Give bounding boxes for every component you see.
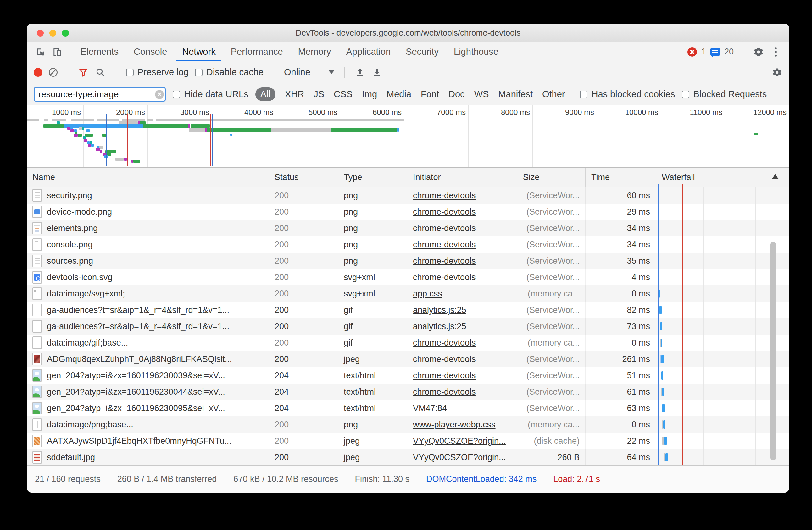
initiator-link[interactable]: analytics.js:25 [413,305,466,315]
table-row[interactable]: elements.png200pngchrome-devtools(Servic… [27,220,789,236]
column-header-type[interactable]: Type [338,168,407,187]
checkbox[interactable] [682,90,690,98]
device-toolbar-icon[interactable] [50,46,63,58]
column-header-status[interactable]: Status [269,168,338,187]
tab-elements[interactable]: Elements [73,42,126,61]
name-cell[interactable]: data:image/png;base... [27,416,269,433]
import-har-icon[interactable] [355,67,365,78]
initiator-link[interactable]: chrome-devtools [413,354,476,364]
initiator-link[interactable]: chrome-devtools [413,338,476,348]
initiator-link[interactable]: chrome-devtools [413,387,476,397]
name-cell[interactable]: data:image/gif;base... [27,335,269,351]
initiator-link[interactable]: VM47:84 [413,404,447,413]
checkbox[interactable] [580,90,588,98]
initiator-link[interactable]: app.css [413,289,442,299]
filter-input-box[interactable] [34,87,166,102]
preserve-log-checkbox[interactable]: Preserve log [126,67,189,78]
table-row[interactable]: device-mode.png200pngchrome-devtools(Ser… [27,204,789,220]
table-row[interactable]: ADGmqu8qexLZuhphT_0Aj88Ng8riLFKASQlslt..… [27,351,789,367]
initiator-link[interactable]: www-player-webp.css [413,420,496,430]
table-row[interactable]: devtools-icon.svg200svg+xmlchrome-devtoo… [27,269,789,285]
vertical-scrollbar[interactable] [770,242,776,460]
initiator-link[interactable]: chrome-devtools [413,256,476,266]
column-header-waterfall[interactable]: Waterfall [656,168,789,187]
table-row[interactable]: data:image/png;base...200pngwww-player-w… [27,416,789,433]
name-cell[interactable]: ga-audiences?t=sr&aip=1&_r=4&slf_rd=1&v=… [27,302,269,318]
messages-icon[interactable] [710,48,720,56]
filter-input[interactable] [38,89,152,99]
initiator-link[interactable]: chrome-devtools [413,240,476,250]
checkbox[interactable] [195,69,203,76]
table-row[interactable]: security.png200pngchrome-devtools(Servic… [27,187,789,204]
clear-filter-icon[interactable] [155,90,164,99]
initiator-link[interactable]: chrome-devtools [413,273,476,282]
name-cell[interactable]: console.png [27,236,269,253]
clear-icon[interactable] [49,68,58,77]
name-cell[interactable]: device-mode.png [27,204,269,220]
table-row[interactable]: sources.png200pngchrome-devtools(Service… [27,253,789,269]
filter-type-font[interactable]: Font [421,89,439,99]
name-cell[interactable]: devtools-icon.svg [27,269,269,285]
column-header-initiator[interactable]: Initiator [407,168,517,187]
table-row[interactable]: console.png200pngchrome-devtools(Service… [27,236,789,253]
name-cell[interactable]: gen_204?atyp=i&zx=1601196230044&sei=xV..… [27,383,269,400]
table-row[interactable]: data:image/gif;base...200gifchrome-devto… [27,335,789,351]
table-row[interactable]: gen_204?atyp=i&zx=1601196230044&sei=xV..… [27,383,789,400]
tab-lighthouse[interactable]: Lighthouse [446,42,506,61]
filter-type-manifest[interactable]: Manifest [498,89,533,99]
filter-type-all[interactable]: All [255,87,275,101]
tab-memory[interactable]: Memory [291,42,339,61]
tab-console[interactable]: Console [126,42,175,61]
tab-security[interactable]: Security [398,42,446,61]
filter-type-img[interactable]: Img [362,89,377,99]
has-blocked-cookies-checkbox[interactable]: Has blocked cookies [580,89,675,99]
name-cell[interactable]: AATXAJywSIpD1jf4EbqHXTfbe0mnyHqGFNTu... [27,433,269,449]
more-options-icon[interactable] [774,46,778,58]
table-row[interactable]: ga-audiences?t=sr&aip=1&_r=4&slf_rd=1&v=… [27,302,789,318]
record-button[interactable] [34,68,42,77]
zoom-button[interactable] [62,30,69,37]
checkbox[interactable] [126,69,134,76]
table-row[interactable]: gen_204?atyp=i&zx=1601196230095&sei=xV..… [27,400,789,416]
table-row[interactable]: ga-audiences?t=sr&aip=1&_r=4&slf_rd=1&v=… [27,318,789,335]
name-cell[interactable]: elements.png [27,220,269,236]
inspect-element-icon[interactable] [34,46,47,58]
initiator-link[interactable]: analytics.js:25 [413,322,466,331]
filter-type-css[interactable]: CSS [334,89,352,99]
network-settings-gear-icon[interactable] [772,67,782,78]
table-row[interactable]: gen_204?atyp=i&zx=1601196230039&sei=xV..… [27,367,789,383]
name-cell[interactable]: sddefault.jpg [27,449,269,465]
errors-icon[interactable] [687,47,697,57]
tab-network[interactable]: Network [175,42,223,61]
initiator-link[interactable]: chrome-devtools [413,207,476,217]
initiator-link[interactable]: VYyQv0CSZOE?origin... [413,452,506,462]
table-row[interactable]: data:image/svg+xml;...200svg+xmlapp.css(… [27,285,789,302]
filter-type-ws[interactable]: WS [474,89,489,99]
search-icon[interactable] [95,67,106,78]
name-cell[interactable]: ADGmqu8qexLZuhphT_0Aj88Ng8riLFKASQlslt..… [27,351,269,367]
filter-type-doc[interactable]: Doc [448,89,465,99]
name-cell[interactable]: data:image/svg+xml;... [27,285,269,302]
initiator-link[interactable]: chrome-devtools [413,371,476,380]
initiator-link[interactable]: VYyQv0CSZOE?origin... [413,436,506,446]
network-overview[interactable]: 1000 ms2000 ms3000 ms4000 ms5000 ms6000 … [27,106,789,168]
name-cell[interactable]: gen_204?atyp=i&zx=1601196230039&sei=xV..… [27,367,269,383]
export-har-icon[interactable] [372,67,382,78]
column-header-name[interactable]: Name [27,168,269,187]
settings-gear-icon[interactable] [752,46,765,58]
close-button[interactable] [37,30,44,37]
column-header-time[interactable]: Time [585,168,656,187]
tab-performance[interactable]: Performance [223,42,291,61]
initiator-link[interactable]: chrome-devtools [413,223,476,233]
throttling-select[interactable]: Online [284,67,334,78]
hide-data-urls-checkbox[interactable]: Hide data URLs [173,89,248,99]
filter-type-media[interactable]: Media [387,89,411,99]
name-cell[interactable]: gen_204?atyp=i&zx=1601196230095&sei=xV..… [27,400,269,416]
table-row[interactable]: sddefault.jpg200jpegVYyQv0CSZOE?origin..… [27,449,789,465]
minimize-button[interactable] [49,30,56,37]
disable-cache-checkbox[interactable]: Disable cache [195,67,263,78]
checkbox[interactable] [173,90,180,98]
column-header-size[interactable]: Size [517,168,585,187]
name-cell[interactable]: security.png [27,187,269,204]
filter-type-xhr[interactable]: XHR [285,89,304,99]
